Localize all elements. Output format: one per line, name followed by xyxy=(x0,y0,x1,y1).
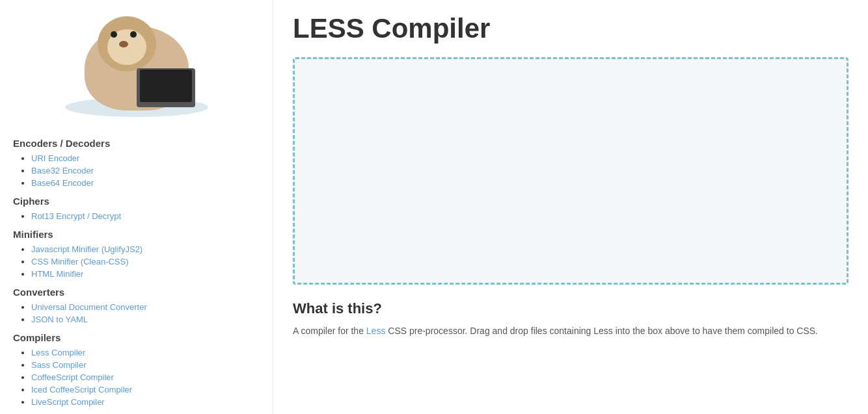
sidebar-link-3-1[interactable]: JSON to YAML xyxy=(31,315,88,324)
sidebar-link-2-2[interactable]: HTML Minifier xyxy=(31,269,83,279)
description-text: A compiler for the Less CSS pre-processo… xyxy=(293,324,848,338)
list-item: Less Compiler xyxy=(31,347,260,357)
sidebar-section-title-2: Minifiers xyxy=(13,229,260,240)
sidebar-link-1-0[interactable]: Rot13 Encrypt / Decrypt xyxy=(31,211,121,221)
otter-eye-left xyxy=(111,31,117,38)
main-content: LESS Compiler What is this? A compiler f… xyxy=(273,0,868,414)
list-item: URI Encoder xyxy=(31,153,260,163)
sidebar-link-0-1[interactable]: Base32 Encoder xyxy=(31,166,94,175)
list-item: LiveScript Compiler xyxy=(31,396,260,407)
laptop-screen xyxy=(140,70,192,102)
list-item: HTML Minifier xyxy=(31,268,260,279)
sidebar-link-0-0[interactable]: URI Encoder xyxy=(31,153,79,163)
sidebar-links-3: Universal Document ConverterJSON to YAML xyxy=(13,302,260,324)
sidebar-section-title-1: Ciphers xyxy=(13,196,260,207)
logo-area xyxy=(13,6,260,130)
sidebar-links-4: Less CompilerSass CompilerCoffeeScript C… xyxy=(13,347,260,407)
list-item: JSON to YAML xyxy=(31,314,260,324)
list-item: CSS Minifier (Clean-CSS) xyxy=(31,256,260,266)
sidebar-link-4-4[interactable]: LiveScript Compiler xyxy=(31,397,105,407)
sidebar-section-title-0: Encoders / Decoders xyxy=(13,138,260,149)
list-item: Javascript Minifier (UglifyJS2) xyxy=(31,244,260,254)
list-item: CoffeeScript Compiler xyxy=(31,372,260,382)
sidebar-links-2: Javascript Minifier (UglifyJS2)CSS Minif… xyxy=(13,244,260,279)
list-item: Sass Compiler xyxy=(31,359,260,370)
sidebar: Encoders / DecodersURI EncoderBase32 Enc… xyxy=(0,0,273,414)
sidebar-links-1: Rot13 Encrypt / Decrypt xyxy=(13,211,260,221)
sidebar-links-0: URI EncoderBase32 EncoderBase64 Encoder xyxy=(13,153,260,188)
list-item: Iced CoffeeScript Compiler xyxy=(31,384,260,395)
otter-nose xyxy=(119,41,128,47)
list-item: Base32 Encoder xyxy=(31,165,260,175)
drop-zone[interactable] xyxy=(293,57,848,285)
sidebar-sections: Encoders / DecodersURI EncoderBase32 Enc… xyxy=(13,138,260,407)
sidebar-link-4-0[interactable]: Less Compiler xyxy=(31,348,85,357)
less-link[interactable]: Less xyxy=(366,326,386,336)
sidebar-section-title-3: Converters xyxy=(13,287,260,298)
sidebar-section-title-4: Compilers xyxy=(13,332,260,343)
laptop xyxy=(137,68,195,107)
list-item: Rot13 Encrypt / Decrypt xyxy=(31,211,260,221)
page-title: LESS Compiler xyxy=(293,13,848,44)
what-is-this-heading: What is this? xyxy=(293,300,848,317)
sidebar-link-4-1[interactable]: Sass Compiler xyxy=(31,360,87,370)
list-item: Universal Document Converter xyxy=(31,302,260,312)
list-item: Base64 Encoder xyxy=(31,177,260,188)
sidebar-link-0-2[interactable]: Base64 Encoder xyxy=(31,178,94,188)
sidebar-link-4-2[interactable]: CoffeeScript Compiler xyxy=(31,372,114,382)
otter-eye-right xyxy=(130,31,137,38)
sidebar-link-4-3[interactable]: Iced CoffeeScript Compiler xyxy=(31,385,132,395)
otter-illustration xyxy=(65,13,208,117)
sidebar-link-2-1[interactable]: CSS Minifier (Clean-CSS) xyxy=(31,257,129,266)
sidebar-link-2-0[interactable]: Javascript Minifier (UglifyJS2) xyxy=(31,244,142,254)
sidebar-link-3-0[interactable]: Universal Document Converter xyxy=(31,302,147,312)
